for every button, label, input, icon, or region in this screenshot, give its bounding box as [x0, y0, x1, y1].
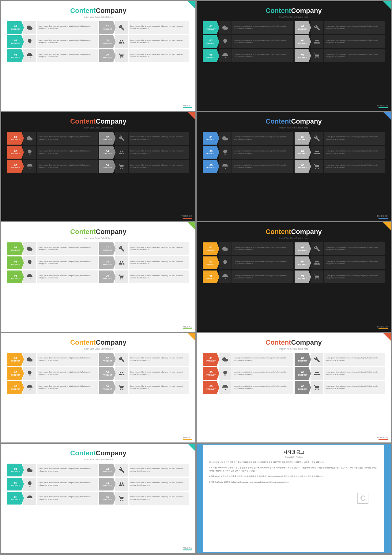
title-co-2: Content: [266, 7, 291, 14]
icon-bulb-1: [23, 35, 36, 48]
arrow-01-4: 01PRODUCT: [203, 132, 219, 145]
arrow-03-4: 03PRODUCT: [203, 146, 219, 159]
arrow-05-1: 05PRODUCT: [7, 49, 24, 62]
text-box-2-6: Lorem ipsum dolor sit amet, consectetur …: [324, 49, 385, 62]
blue-accent-left: [198, 445, 203, 552]
arrow-06-4: 06PRODUCT: [295, 160, 311, 173]
product-row-2: 02PRODUCT Lorem ipsum dolor sit amet, co…: [99, 21, 190, 34]
arrow-02-4: 02PRODUCT: [295, 132, 311, 145]
arrow-06-7: 06PRODUCT: [99, 381, 116, 394]
color-strip-7: [183, 439, 192, 440]
corner-triangle-4: [383, 112, 391, 120]
arrow-05-2: 05PRODUCT: [203, 49, 219, 62]
copyright-slide: 저작권 공고 Copyright Notice 이 서비스 및 내용에 대한 저…: [197, 444, 391, 553]
content-grid-1: 01PRODUCT Lorem ipsum dolor sit amet, co…: [7, 21, 189, 107]
arrow-04-5: 04PRODUCT: [99, 256, 116, 269]
accent-bar-8: TAHES.CO: [377, 436, 388, 440]
color-strip-3: [183, 218, 192, 219]
content-grid-2: 01PRODUCT Lorem ipsum dolor sit amet, co…: [203, 21, 385, 107]
title-company-2: Company: [291, 7, 322, 14]
title-co-5: Content: [70, 228, 96, 235]
slide-title-6: ContentCompany: [266, 228, 322, 236]
col-left-1: 01PRODUCT Lorem ipsum dolor sit amet, co…: [7, 21, 98, 107]
slide-subtitle-6: Insert Your Great Subtitle here: [279, 237, 308, 239]
arrow-04-9: 04PRODUCT: [99, 478, 116, 491]
icon-wrench-2: [311, 21, 323, 34]
copyright-body: 이 서비스 및 내용에 대한 저작권은 슬라이드폴리오에 있습니다. 제작자의 …: [209, 461, 378, 484]
copyright-content: 저작권 공고 Copyright Notice 이 서비스 및 내용에 대한 저…: [203, 445, 384, 552]
arrow-06-2: 06PRODUCT: [295, 49, 311, 62]
arrow-01-6: 01PRODUCT: [203, 242, 219, 255]
accent-bar-6: TAHES.CO: [377, 326, 388, 329]
product-row-2-5: 05PRODUCT Lorem ipsum dolor sit amet, co…: [203, 49, 293, 62]
arrow-06-1: 06PRODUCT: [99, 49, 116, 62]
icon-people-1: [115, 35, 128, 48]
accent-bar-2: TAHES.CO: [377, 105, 388, 108]
arrow-02-6: 02PRODUCT: [295, 242, 311, 255]
text-box-4: Lorem ipsum dolor sit amet, consectetur …: [129, 35, 190, 48]
product-row-2-6: 06PRODUCT Lorem ipsum dolor sit amet, co…: [295, 49, 385, 62]
arrow-01-2: 01PRODUCT: [203, 21, 219, 34]
corner-triangle-2: [383, 1, 391, 9]
copyright-title: 저작권 공고: [209, 450, 378, 455]
arrow-03-8: 03PRODUCT: [203, 367, 219, 380]
accent-bar-9: TAHES.CO: [181, 547, 192, 550]
arrow-03-7: 03PRODUCT: [7, 367, 24, 380]
col-left-4: 01PRODUCTLorem ipsum dolor sit amet, con…: [203, 132, 293, 218]
slide-4: ContentCompany Insert Your Great Subtitl…: [197, 112, 391, 221]
arrow-01-3: 01PRODUCT: [7, 132, 24, 145]
title-company-9: Company: [96, 449, 126, 457]
product-row-2-1: 01PRODUCT Lorem ipsum dolor sit amet, co…: [203, 21, 293, 34]
product-row-4: 04PRODUCT Lorem ipsum dolor sit amet, co…: [99, 35, 190, 48]
product-row-2-2: 02PRODUCT Lorem ipsum dolor sit amet, co…: [295, 21, 385, 34]
product-row-2-4: 04PRODUCT Lorem ipsum dolor sit amet, co…: [295, 35, 385, 48]
corner-triangle-8: [383, 333, 391, 341]
icon-cart-2: [311, 49, 323, 62]
text-box-6: Lorem ipsum dolor sit amet, consectetur …: [129, 49, 190, 62]
accent-bar-7: TAHES.CO: [181, 436, 192, 440]
product-row-6: 06PRODUCT Lorem ipsum dolor sit amet, co…: [99, 49, 190, 62]
title-co-6: Content: [266, 228, 291, 235]
arrow-05-6: 05PRODUCT: [203, 270, 219, 283]
title-company-5: Company: [96, 228, 126, 235]
slide-subtitle-9: Insert Your Great Subtitle here: [84, 458, 113, 461]
product-row-3: 03PRODUCT Lorem ipsum dolor sit amet, co…: [7, 35, 98, 48]
arrow-03-2: 03PRODUCT: [203, 35, 219, 48]
arrow-02-2: 02PRODUCT: [295, 21, 311, 34]
arrow-01-8: 01PRODUCT: [203, 353, 219, 366]
arrow-02-1: 02PRODUCT: [99, 21, 116, 34]
col-right-6: 02PRODUCTLorem ipsum dolor sit amet, con…: [295, 242, 385, 328]
slide-subtitle-3: Insert Your Great Subtitle here: [84, 127, 113, 129]
slide-title-5: ContentCompany: [70, 228, 126, 236]
content-grid-5: 01PRODUCTLorem ipsum dolor sit amet, con…: [7, 242, 189, 328]
arrow-01-9: 01PRODUCT: [7, 464, 24, 477]
col-left-9: 01PRODUCTLorem ipsum dolor sit amet, con…: [7, 464, 98, 549]
icon-people-2: [311, 35, 323, 48]
icon-umbrella-2: [219, 49, 232, 62]
icon-cloud-2: [219, 21, 232, 34]
arrow-06-3: 06PRODUCT: [99, 160, 116, 173]
arrow-03-5: 03PRODUCT: [7, 256, 24, 269]
corner-triangle-6: [383, 222, 391, 230]
arrow-04-3: 04PRODUCT: [99, 146, 116, 159]
slide-9: ContentCompany Insert Your Great Subtitl…: [1, 444, 195, 553]
icon-cloud-1: [23, 21, 36, 34]
col-left-3: 01PRODUCTLorem ipsum dolor sit amet, con…: [7, 132, 98, 218]
content-grid-9: 01PRODUCTLorem ipsum dolor sit amet, con…: [7, 464, 189, 549]
slides-grid: ContentCompany Insert Your Great Subtitl…: [0, 0, 392, 554]
arrow-03-6: 03PRODUCT: [203, 256, 219, 269]
text-box-3: Lorem ipsum dolor sit amet, consectetur …: [37, 35, 98, 48]
icon-cart-1: [115, 49, 128, 62]
arrow-05-3: 05PRODUCT: [7, 160, 24, 173]
title-co-4: Content: [266, 117, 291, 125]
title-co-9: Content: [70, 449, 96, 457]
text-box-2-1: Lorem ipsum dolor sit amet, consectetur …: [232, 21, 293, 34]
copyright-subtitle: Copyright Notice: [209, 456, 378, 458]
content-grid-4: 01PRODUCTLorem ipsum dolor sit amet, con…: [203, 132, 385, 218]
slide-title-2: ContentCompany: [266, 7, 322, 15]
col-left-8: 01PRODUCTLorem ipsum dolor sit amet, con…: [203, 353, 293, 439]
arrow-04-4: 04PRODUCT: [295, 146, 311, 159]
col-right-7: 02PRODUCTLorem ipsum dolor sit amet, con…: [99, 353, 190, 439]
title-co-7: Content: [70, 339, 96, 346]
accent-bar-4: TAHES.CO: [377, 215, 388, 219]
